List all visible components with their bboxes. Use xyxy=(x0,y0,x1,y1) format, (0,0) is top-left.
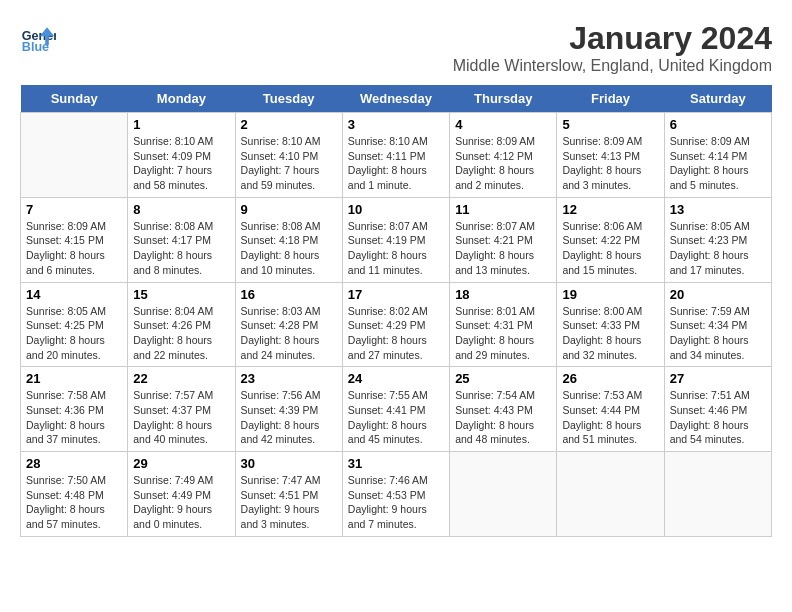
day-header-tuesday: Tuesday xyxy=(235,85,342,113)
svg-text:Blue: Blue xyxy=(22,40,49,54)
day-number: 21 xyxy=(26,371,122,386)
day-info: Sunrise: 8:09 AM Sunset: 4:13 PM Dayligh… xyxy=(562,134,658,193)
day-info: Sunrise: 7:56 AM Sunset: 4:39 PM Dayligh… xyxy=(241,388,337,447)
day-header-wednesday: Wednesday xyxy=(342,85,449,113)
calendar-cell: 2Sunrise: 8:10 AM Sunset: 4:10 PM Daylig… xyxy=(235,113,342,198)
calendar-cell: 23Sunrise: 7:56 AM Sunset: 4:39 PM Dayli… xyxy=(235,367,342,452)
day-number: 1 xyxy=(133,117,229,132)
day-info: Sunrise: 8:05 AM Sunset: 4:25 PM Dayligh… xyxy=(26,304,122,363)
day-info: Sunrise: 8:10 AM Sunset: 4:11 PM Dayligh… xyxy=(348,134,444,193)
calendar-cell: 5Sunrise: 8:09 AM Sunset: 4:13 PM Daylig… xyxy=(557,113,664,198)
day-number: 2 xyxy=(241,117,337,132)
day-info: Sunrise: 7:49 AM Sunset: 4:49 PM Dayligh… xyxy=(133,473,229,532)
calendar-cell: 25Sunrise: 7:54 AM Sunset: 4:43 PM Dayli… xyxy=(450,367,557,452)
day-number: 25 xyxy=(455,371,551,386)
calendar-cell: 24Sunrise: 7:55 AM Sunset: 4:41 PM Dayli… xyxy=(342,367,449,452)
day-info: Sunrise: 8:05 AM Sunset: 4:23 PM Dayligh… xyxy=(670,219,766,278)
week-row-5: 28Sunrise: 7:50 AM Sunset: 4:48 PM Dayli… xyxy=(21,452,772,537)
calendar-cell: 15Sunrise: 8:04 AM Sunset: 4:26 PM Dayli… xyxy=(128,282,235,367)
calendar-cell: 22Sunrise: 7:57 AM Sunset: 4:37 PM Dayli… xyxy=(128,367,235,452)
day-header-saturday: Saturday xyxy=(664,85,771,113)
page-header: General Blue January 2024 Middle Winters… xyxy=(20,20,772,75)
day-number: 10 xyxy=(348,202,444,217)
day-info: Sunrise: 7:46 AM Sunset: 4:53 PM Dayligh… xyxy=(348,473,444,532)
calendar-title: January 2024 xyxy=(453,20,772,57)
calendar-table: SundayMondayTuesdayWednesdayThursdayFrid… xyxy=(20,85,772,537)
week-row-4: 21Sunrise: 7:58 AM Sunset: 4:36 PM Dayli… xyxy=(21,367,772,452)
week-row-1: 1Sunrise: 8:10 AM Sunset: 4:09 PM Daylig… xyxy=(21,113,772,198)
week-row-2: 7Sunrise: 8:09 AM Sunset: 4:15 PM Daylig… xyxy=(21,197,772,282)
calendar-cell xyxy=(21,113,128,198)
calendar-cell: 7Sunrise: 8:09 AM Sunset: 4:15 PM Daylig… xyxy=(21,197,128,282)
day-info: Sunrise: 8:09 AM Sunset: 4:14 PM Dayligh… xyxy=(670,134,766,193)
calendar-cell: 30Sunrise: 7:47 AM Sunset: 4:51 PM Dayli… xyxy=(235,452,342,537)
day-number: 16 xyxy=(241,287,337,302)
day-number: 17 xyxy=(348,287,444,302)
day-header-thursday: Thursday xyxy=(450,85,557,113)
day-number: 22 xyxy=(133,371,229,386)
day-info: Sunrise: 8:01 AM Sunset: 4:31 PM Dayligh… xyxy=(455,304,551,363)
calendar-cell: 14Sunrise: 8:05 AM Sunset: 4:25 PM Dayli… xyxy=(21,282,128,367)
calendar-cell: 28Sunrise: 7:50 AM Sunset: 4:48 PM Dayli… xyxy=(21,452,128,537)
calendar-cell: 21Sunrise: 7:58 AM Sunset: 4:36 PM Dayli… xyxy=(21,367,128,452)
calendar-cell: 1Sunrise: 8:10 AM Sunset: 4:09 PM Daylig… xyxy=(128,113,235,198)
calendar-cell: 18Sunrise: 8:01 AM Sunset: 4:31 PM Dayli… xyxy=(450,282,557,367)
day-header-friday: Friday xyxy=(557,85,664,113)
calendar-cell: 11Sunrise: 8:07 AM Sunset: 4:21 PM Dayli… xyxy=(450,197,557,282)
calendar-cell: 26Sunrise: 7:53 AM Sunset: 4:44 PM Dayli… xyxy=(557,367,664,452)
day-info: Sunrise: 8:07 AM Sunset: 4:19 PM Dayligh… xyxy=(348,219,444,278)
calendar-cell: 27Sunrise: 7:51 AM Sunset: 4:46 PM Dayli… xyxy=(664,367,771,452)
title-area: January 2024 Middle Winterslow, England,… xyxy=(453,20,772,75)
calendar-subtitle: Middle Winterslow, England, United Kingd… xyxy=(453,57,772,75)
calendar-cell: 10Sunrise: 8:07 AM Sunset: 4:19 PM Dayli… xyxy=(342,197,449,282)
day-number: 31 xyxy=(348,456,444,471)
day-header-sunday: Sunday xyxy=(21,85,128,113)
day-number: 18 xyxy=(455,287,551,302)
day-info: Sunrise: 8:04 AM Sunset: 4:26 PM Dayligh… xyxy=(133,304,229,363)
day-info: Sunrise: 8:06 AM Sunset: 4:22 PM Dayligh… xyxy=(562,219,658,278)
day-info: Sunrise: 8:08 AM Sunset: 4:18 PM Dayligh… xyxy=(241,219,337,278)
day-info: Sunrise: 7:54 AM Sunset: 4:43 PM Dayligh… xyxy=(455,388,551,447)
calendar-cell: 20Sunrise: 7:59 AM Sunset: 4:34 PM Dayli… xyxy=(664,282,771,367)
day-number: 29 xyxy=(133,456,229,471)
calendar-cell xyxy=(664,452,771,537)
day-number: 5 xyxy=(562,117,658,132)
calendar-cell: 19Sunrise: 8:00 AM Sunset: 4:33 PM Dayli… xyxy=(557,282,664,367)
calendar-cell: 16Sunrise: 8:03 AM Sunset: 4:28 PM Dayli… xyxy=(235,282,342,367)
day-info: Sunrise: 8:00 AM Sunset: 4:33 PM Dayligh… xyxy=(562,304,658,363)
calendar-cell: 9Sunrise: 8:08 AM Sunset: 4:18 PM Daylig… xyxy=(235,197,342,282)
day-info: Sunrise: 7:50 AM Sunset: 4:48 PM Dayligh… xyxy=(26,473,122,532)
day-number: 12 xyxy=(562,202,658,217)
calendar-cell: 13Sunrise: 8:05 AM Sunset: 4:23 PM Dayli… xyxy=(664,197,771,282)
day-number: 3 xyxy=(348,117,444,132)
day-number: 8 xyxy=(133,202,229,217)
day-info: Sunrise: 8:10 AM Sunset: 4:10 PM Dayligh… xyxy=(241,134,337,193)
calendar-cell: 17Sunrise: 8:02 AM Sunset: 4:29 PM Dayli… xyxy=(342,282,449,367)
day-number: 24 xyxy=(348,371,444,386)
day-number: 4 xyxy=(455,117,551,132)
day-number: 15 xyxy=(133,287,229,302)
calendar-cell: 8Sunrise: 8:08 AM Sunset: 4:17 PM Daylig… xyxy=(128,197,235,282)
day-info: Sunrise: 7:53 AM Sunset: 4:44 PM Dayligh… xyxy=(562,388,658,447)
day-info: Sunrise: 8:09 AM Sunset: 4:15 PM Dayligh… xyxy=(26,219,122,278)
day-info: Sunrise: 7:47 AM Sunset: 4:51 PM Dayligh… xyxy=(241,473,337,532)
day-number: 19 xyxy=(562,287,658,302)
day-info: Sunrise: 7:57 AM Sunset: 4:37 PM Dayligh… xyxy=(133,388,229,447)
day-info: Sunrise: 8:03 AM Sunset: 4:28 PM Dayligh… xyxy=(241,304,337,363)
day-info: Sunrise: 8:08 AM Sunset: 4:17 PM Dayligh… xyxy=(133,219,229,278)
day-number: 27 xyxy=(670,371,766,386)
day-number: 13 xyxy=(670,202,766,217)
day-info: Sunrise: 8:07 AM Sunset: 4:21 PM Dayligh… xyxy=(455,219,551,278)
day-info: Sunrise: 8:10 AM Sunset: 4:09 PM Dayligh… xyxy=(133,134,229,193)
week-row-3: 14Sunrise: 8:05 AM Sunset: 4:25 PM Dayli… xyxy=(21,282,772,367)
day-number: 26 xyxy=(562,371,658,386)
logo: General Blue xyxy=(20,20,60,56)
day-info: Sunrise: 8:09 AM Sunset: 4:12 PM Dayligh… xyxy=(455,134,551,193)
day-info: Sunrise: 7:51 AM Sunset: 4:46 PM Dayligh… xyxy=(670,388,766,447)
day-info: Sunrise: 7:55 AM Sunset: 4:41 PM Dayligh… xyxy=(348,388,444,447)
day-number: 28 xyxy=(26,456,122,471)
day-number: 20 xyxy=(670,287,766,302)
day-info: Sunrise: 7:58 AM Sunset: 4:36 PM Dayligh… xyxy=(26,388,122,447)
calendar-cell: 31Sunrise: 7:46 AM Sunset: 4:53 PM Dayli… xyxy=(342,452,449,537)
calendar-cell: 12Sunrise: 8:06 AM Sunset: 4:22 PM Dayli… xyxy=(557,197,664,282)
